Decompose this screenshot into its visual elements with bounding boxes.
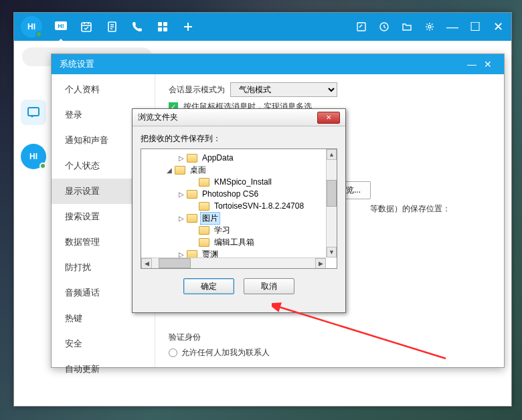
folder-label: AppData	[200, 153, 236, 163]
vertical-scrollbar[interactable]: ▲ ▼	[326, 149, 337, 257]
add-icon[interactable]	[181, 20, 195, 33]
tree-item[interactable]: ▷Photoshop CS6	[141, 188, 337, 200]
tree-item[interactable]: TortoiseSVN-1.8.2.24708	[141, 200, 337, 212]
svg-text:H!: H!	[58, 23, 64, 29]
ok-button[interactable]: 确定	[183, 278, 234, 294]
settings-close-button[interactable]: ✕	[480, 59, 496, 70]
notebook-icon[interactable]	[105, 20, 118, 33]
folder-icon	[199, 226, 209, 235]
avatar-text: HI	[27, 22, 35, 31]
expand-icon[interactable]	[189, 179, 197, 186]
expand-icon[interactable]	[189, 227, 197, 234]
allow-anyone-label: 允许任何人加我为联系人	[181, 347, 270, 358]
verify-header: 验证身份	[169, 332, 491, 343]
tree-item[interactable]: ▷图片	[141, 212, 337, 224]
tree-item[interactable]: ▷AppData	[141, 152, 337, 164]
folder-icon	[199, 178, 209, 187]
allow-anyone-radio[interactable]	[169, 348, 177, 357]
expand-icon[interactable]: ▷	[177, 191, 185, 198]
expand-icon[interactable]: ▷	[177, 215, 185, 222]
svg-rect-8	[357, 23, 365, 31]
chat-tab-icon[interactable]: H!	[54, 20, 68, 33]
browse-titlebar: 浏览文件夹 ✕	[133, 109, 345, 126]
expand-icon[interactable]: ▷	[177, 154, 185, 162]
save-location-text: 等数据）的保存位置：	[370, 203, 450, 215]
gear-icon[interactable]	[423, 20, 436, 33]
settings-minimize-button[interactable]: —	[464, 59, 480, 70]
folder-icon	[175, 166, 185, 175]
scroll-left-arrow[interactable]: ◀	[141, 258, 152, 269]
contacts-avatar-icon[interactable]: HI	[21, 144, 46, 169]
folder-label: Photoshop CS6	[200, 189, 260, 199]
left-sidebar: HI	[21, 100, 46, 169]
calendar-icon[interactable]	[80, 20, 93, 33]
tree-item[interactable]: 编辑工具箱	[141, 236, 337, 248]
svg-rect-2	[82, 23, 91, 31]
browse-folder-dialog: 浏览文件夹 ✕ 把接收的文件保存到： ▷AppData◢桌面KMSpico_In…	[132, 108, 346, 313]
minimize-icon[interactable]: —	[446, 20, 459, 33]
svg-rect-7	[163, 27, 167, 31]
cancel-button[interactable]: 取消	[244, 278, 294, 294]
status-dot	[39, 163, 46, 169]
settings-title-text: 系统设置	[60, 58, 94, 70]
history-icon[interactable]	[377, 20, 391, 33]
phone-icon[interactable]	[130, 20, 144, 33]
expand-icon[interactable]: ▷	[177, 251, 185, 258]
display-mode-select[interactable]: 气泡模式	[230, 82, 337, 97]
folder-label: KMSpico_Install	[212, 177, 274, 187]
folder-label: 图片	[200, 212, 220, 225]
expand-icon[interactable]	[189, 239, 197, 246]
app-titlebar: HI H! — ☐ ✕	[14, 13, 511, 41]
folder-icon	[187, 214, 197, 223]
folder-icon	[199, 202, 209, 211]
scroll-right-arrow[interactable]: ▶	[315, 258, 326, 269]
screenshot-icon[interactable]	[355, 20, 368, 33]
nav-item-10[interactable]: 安全	[52, 331, 155, 356]
svg-rect-6	[158, 27, 162, 31]
svg-point-10	[428, 25, 431, 28]
display-mode-label: 会话显示模式为	[169, 84, 225, 96]
browse-title-text: 浏览文件夹	[138, 112, 178, 123]
svg-rect-5	[163, 22, 167, 26]
status-dot	[35, 31, 42, 37]
tree-item[interactable]: ◢桌面	[141, 164, 337, 176]
expand-icon[interactable]	[189, 203, 197, 210]
message-panel-icon[interactable]	[21, 100, 46, 125]
user-avatar[interactable]: HI	[21, 16, 42, 37]
hscroll-thumb[interactable]	[159, 258, 191, 268]
settings-titlebar: 系统设置 — ✕	[52, 54, 504, 74]
folder-label: 编辑工具箱	[212, 237, 256, 248]
folder-label: 学习	[212, 225, 232, 236]
horizontal-scrollbar[interactable]: ◀ ▶	[141, 257, 326, 268]
folder-icon	[199, 238, 209, 247]
expand-icon[interactable]: ◢	[165, 167, 173, 174]
svg-rect-11	[28, 108, 39, 116]
apps-icon[interactable]	[156, 20, 169, 33]
folder-label: 桌面	[188, 165, 208, 176]
folder-icon	[187, 154, 197, 163]
folder-label: TortoiseSVN-1.8.2.24708	[212, 201, 306, 211]
folder-icon[interactable]	[400, 20, 414, 33]
folder-tree[interactable]: ▷AppData◢桌面KMSpico_Install▷Photoshop CS6…	[141, 148, 337, 269]
tree-item[interactable]: 学习	[141, 224, 337, 236]
browse-close-button[interactable]: ✕	[317, 112, 340, 124]
nav-item-11[interactable]: 自动更新	[52, 356, 155, 382]
svg-rect-4	[158, 22, 162, 26]
folder-icon	[187, 190, 197, 199]
vscroll-thumb[interactable]	[327, 180, 337, 207]
maximize-icon[interactable]: ☐	[468, 20, 482, 33]
close-icon[interactable]: ✕	[491, 20, 505, 33]
tree-item[interactable]: KMSpico_Install	[141, 176, 337, 188]
scroll-up-arrow[interactable]: ▲	[327, 149, 337, 160]
nav-item-0[interactable]: 个人资料	[52, 77, 155, 102]
browse-prompt: 把接收的文件保存到：	[133, 126, 345, 148]
scroll-down-arrow[interactable]: ▼	[327, 247, 337, 257]
